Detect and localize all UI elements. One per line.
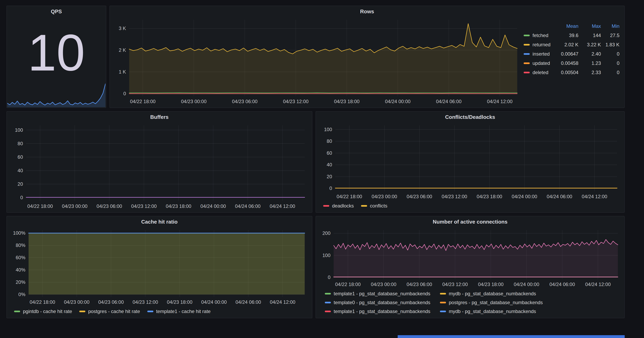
legend-swatch: [524, 35, 530, 36]
x-tick-label: 04/23 00:00: [181, 99, 206, 104]
rows-chart[interactable]: 01 K2 K3 K04/22 18:0004/23 00:0004/23 06…: [113, 17, 520, 106]
y-tick-label: 60: [18, 154, 23, 160]
max-value: 144: [578, 31, 601, 40]
chart-svg: 02040608010004/22 18:0004/23 00:0004/23 …: [10, 122, 309, 211]
legend-item-template1-pg-stat-database-numbackends[interactable]: template1 - pg_stat_database_numbackends: [325, 290, 440, 298]
panel-cache-hit-ratio: Cache hit ratio 0%20%40%60%80%100%04/22 …: [6, 216, 312, 318]
panel-qps: QPS 10: [6, 6, 106, 108]
y-tick-label: 0: [123, 91, 126, 96]
x-tick-label: 04/23 12:00: [131, 203, 157, 209]
conflicts-chart[interactable]: 02040608010004/22 18:0004/23 00:0004/23 …: [319, 122, 621, 201]
legend-series-updated[interactable]: updated: [524, 58, 554, 68]
legend-swatch: [440, 311, 446, 312]
mean-value: 39.6: [554, 31, 578, 40]
connections-chart[interactable]: 010020004/22 18:0004/23 00:0004/23 06:00…: [319, 227, 621, 289]
legend-col-max[interactable]: Max: [578, 21, 601, 31]
series-line-fetched: [129, 93, 517, 93]
legend-label: inserted: [532, 51, 550, 57]
min-value: 0: [601, 58, 620, 68]
panel-buffers: Buffers 02040608010004/22 18:0004/23 00:…: [6, 111, 312, 213]
y-tick-label: 40: [327, 162, 332, 167]
panel-title-connections[interactable]: Number of active connections: [316, 216, 624, 227]
y-tick-label: 60%: [16, 255, 25, 260]
min-value: 0: [601, 68, 620, 77]
panel-title-cache[interactable]: Cache hit ratio: [7, 216, 312, 227]
panel-title-conflicts[interactable]: Conflicts/Deadlocks: [316, 112, 624, 122]
x-tick-label: 04/23 06:00: [407, 194, 432, 199]
legend-col-min[interactable]: Min: [601, 21, 620, 31]
legend-item-pgintdb-cache-hit-rate[interactable]: pgintdb - cache hit rate: [14, 307, 72, 315]
max-value: 2.33: [578, 68, 601, 77]
legend-col-mean[interactable]: Mean: [554, 21, 578, 31]
series-fill-active-connections: [334, 239, 618, 277]
legend-series-deleted[interactable]: deleted: [524, 68, 554, 77]
max-value: 3.22 K: [578, 40, 601, 49]
legend-label: pgintdb - cache hit rate: [23, 308, 72, 314]
legend-label: deleted: [532, 70, 548, 75]
x-tick-label: 04/23 06:00: [96, 203, 122, 209]
y-tick-label: 100%: [13, 230, 25, 236]
legend-item-conflicts[interactable]: conflicts: [361, 202, 388, 210]
chart-svg: 010020004/22 18:0004/23 00:0004/23 06:00…: [319, 227, 621, 289]
x-tick-label: 04/24 12:00: [585, 282, 611, 287]
panel-title-qps[interactable]: QPS: [7, 6, 106, 17]
legend-item-mydb-pg-stat-database-numbackends[interactable]: mydb - pg_stat_database_numbackends: [440, 307, 620, 315]
x-tick-label: 04/23 12:00: [442, 282, 468, 287]
legend-swatch: [325, 302, 331, 303]
panel-title-rows[interactable]: Rows: [110, 6, 624, 17]
buffers-chart[interactable]: 02040608010004/22 18:0004/23 00:0004/23 …: [10, 122, 309, 211]
qps-sparkline[interactable]: [7, 81, 106, 107]
x-tick-label: 04/23 00:00: [64, 299, 90, 305]
legend-item-postgres-cache-hit-rate[interactable]: postgres - cache hit rate: [79, 307, 140, 315]
x-tick-label: 04/24 06:00: [236, 299, 261, 305]
panel-title-buffers[interactable]: Buffers: [7, 112, 312, 122]
legend-label: conflicts: [370, 203, 388, 209]
axis-tick-labels: 02040608010004/22 18:0004/23 00:0004/23 …: [15, 127, 295, 209]
chart-svg: [7, 81, 106, 107]
legend-label: postgres - cache hit rate: [88, 308, 140, 314]
x-tick-label: 04/23 18:00: [477, 194, 502, 199]
panel-active-connections: Number of active connections 010020004/2…: [316, 216, 625, 318]
grid-lines: [26, 125, 305, 201]
cache-chart[interactable]: 0%20%40%60%80%100%04/22 18:0004/23 00:00…: [10, 227, 309, 306]
legend-swatch: [440, 302, 446, 303]
legend-series-returned[interactable]: returned: [524, 40, 554, 49]
series-fill-postgres: [28, 233, 305, 294]
legend-swatch: [14, 311, 20, 312]
mean-value: 0.00504: [554, 68, 578, 77]
y-tick-label: 0%: [18, 292, 25, 297]
x-tick-label: 04/24 12:00: [487, 99, 512, 104]
legend-swatch: [325, 311, 331, 312]
legend-swatch: [323, 205, 329, 207]
x-tick-label: 04/23 18:00: [166, 203, 192, 209]
mean-value: 0.00647: [554, 49, 578, 58]
legend-col-blank: [524, 21, 554, 31]
y-tick-label: 80: [327, 138, 332, 144]
legend-swatch: [524, 72, 530, 73]
legend-item-template1-pg-stat-database-numbackends[interactable]: template1 - pg_stat_database_numbackends: [325, 307, 440, 315]
x-tick-label: 04/23 12:00: [132, 299, 158, 305]
chart-svg: 01 K2 K3 K04/22 18:0004/23 00:0004/23 06…: [113, 17, 520, 106]
y-tick-label: 0: [330, 186, 332, 191]
chart-svg: 0%20%40%60%80%100%04/22 18:0004/23 00:00…: [10, 227, 309, 306]
next-row-panel-edge: [398, 335, 625, 338]
legend-swatch: [325, 293, 331, 294]
y-tick-label: 20%: [16, 279, 25, 285]
x-tick-label: 04/24 12:00: [270, 203, 295, 209]
y-tick-label: 40: [18, 168, 23, 173]
legend-item-template0-pg-stat-database-numbackends[interactable]: template0 - pg_stat_database_numbackends: [325, 298, 440, 306]
legend-series-inserted[interactable]: inserted: [524, 49, 554, 58]
max-value: 1.23: [578, 58, 601, 68]
mean-value: 2.02 K: [554, 40, 578, 49]
legend-item-mydb-pg-stat-database-numbackends[interactable]: mydb - pg_stat_database_numbackends: [440, 290, 620, 298]
legend-label: fetched: [532, 33, 548, 38]
legend-item-template1-cache-hit-rate[interactable]: template1 - cache hit rate: [147, 307, 211, 315]
legend-swatch: [361, 205, 367, 207]
legend-series-fetched[interactable]: fetched: [524, 31, 554, 40]
legend-swatch: [79, 311, 85, 312]
min-value: 0: [601, 49, 620, 58]
grafana-dashboard: QPS 10 Rows 01 K2 K3 K04/22 18:0004/23 0…: [0, 0, 644, 338]
y-tick-label: 80: [18, 141, 23, 146]
legend-item-deadlocks[interactable]: deadlocks: [323, 202, 354, 210]
legend-item-postgres-pg-stat-database-numbackends[interactable]: postgres - pg_stat_database_numbackends: [440, 298, 620, 306]
